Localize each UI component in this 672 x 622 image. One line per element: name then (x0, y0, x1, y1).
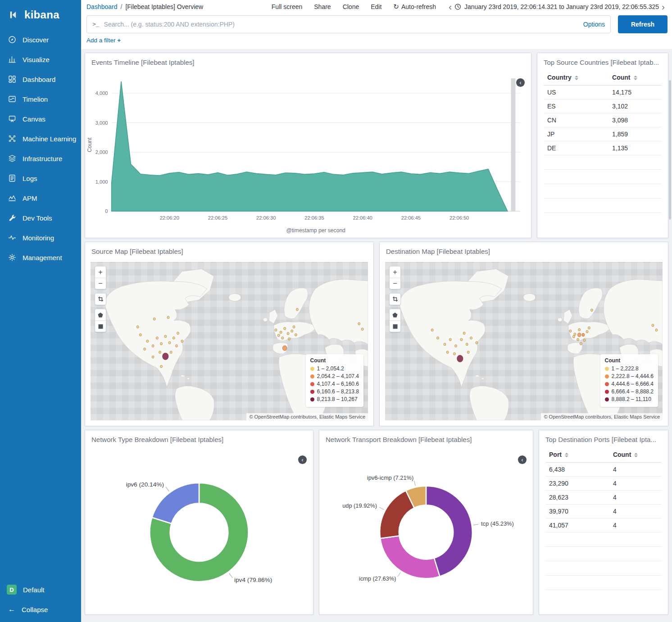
network-transport-donut-chart[interactable]: tcp (45.23%)icmp (27.63%)udp (19.92%)ipv… (319, 448, 533, 614)
sidebar-item-label: Visualize (23, 56, 50, 63)
sidebar-item-management[interactable]: Management (0, 248, 81, 267)
source-countries-table: Country Count US14,175 ES3,102 CN3,098 J… (544, 70, 662, 213)
legend-dot (605, 397, 609, 401)
time-forward-button[interactable]: › (659, 2, 667, 11)
sidebar-item-label: Logs (23, 175, 37, 182)
legend-label: 8,213.8 – 10,267 (317, 396, 358, 403)
add-filter-link[interactable]: Add a filter + (86, 37, 121, 44)
svg-text:2,000: 2,000 (95, 149, 108, 155)
breadcrumb-current: [Filebeat Iptables] Overview (125, 3, 203, 10)
space-label: Default (23, 586, 45, 594)
filter-bar: Add a filter + (81, 36, 672, 49)
draw-polygon-icon[interactable] (95, 309, 106, 320)
zoom-out-button[interactable]: − (390, 278, 400, 289)
svg-text:icmp (27.63%): icmp (27.63%) (359, 575, 396, 582)
legend-toggle-icon[interactable]: ‹ (516, 78, 525, 87)
edit-button[interactable]: Edit (371, 3, 381, 10)
sidebar-item-monitoring[interactable]: Monitoring (0, 228, 81, 248)
sidebar-item-machine-learning[interactable]: Machine Learning (0, 129, 81, 149)
clone-button[interactable]: Clone (343, 3, 359, 10)
refresh-button[interactable]: Refresh (618, 15, 667, 33)
destination-map[interactable]: + − Count (385, 262, 663, 420)
country-cell: JP (544, 127, 608, 141)
country-cell: DE (544, 141, 608, 155)
source-map[interactable]: + − Count (91, 262, 368, 420)
time-range-picker[interactable]: January 23rd 2019, 22:06:14.321 to Janua… (454, 3, 659, 10)
visualize-icon (8, 55, 16, 63)
svg-text:ipv4 (79.86%): ipv4 (79.86%) (234, 577, 272, 583)
sidebar-item-timelion[interactable]: Timelion (0, 89, 81, 109)
legend-toggle-icon[interactable]: ‹ (298, 455, 307, 464)
count-cell: 3,098 (608, 113, 662, 127)
sidebar-item-visualize[interactable]: Visualize (0, 50, 81, 69)
full-screen-button[interactable]: Full screen (272, 3, 302, 10)
zoom-out-button[interactable]: − (95, 278, 106, 289)
column-label: Port (549, 451, 562, 458)
sidebar-item-dev-tools[interactable]: Dev Tools (0, 208, 81, 228)
zoom-in-button[interactable]: + (390, 266, 400, 278)
legend-label: 4,444.6 – 6,666.4 (612, 380, 654, 388)
sidebar-item-discover[interactable]: Discover (0, 30, 81, 50)
table-row: 41,0574 (545, 518, 662, 532)
sort-icon (565, 453, 568, 457)
draw-rectangle-icon[interactable] (390, 320, 400, 332)
sidebar-item-infrastructure[interactable]: Infrastructure (0, 149, 81, 168)
share-button[interactable]: Share (314, 3, 331, 10)
breadcrumb-separator: / (118, 3, 126, 10)
svg-text:1,000: 1,000 (95, 179, 108, 185)
count-cell: 3,102 (608, 99, 662, 113)
draw-polygon-icon[interactable] (390, 309, 400, 320)
panel-title: Network Transport Breakdown [Filebeat Ip… (319, 430, 533, 445)
legend-row: 1 – 2,222.8 (605, 365, 654, 373)
kibana-logo[interactable]: kibana (0, 0, 81, 30)
search-input[interactable] (104, 21, 578, 28)
legend-label: 1 – 2,222.8 (612, 365, 639, 373)
machine-learning-icon (8, 135, 16, 143)
table-empty-row (545, 561, 662, 576)
table-row: US14,175 (544, 86, 662, 99)
column-header-count[interactable]: Count (609, 447, 662, 463)
legend-toggle-icon[interactable]: ‹ (518, 455, 527, 464)
apm-icon (8, 194, 16, 202)
column-header-country[interactable]: Country (544, 70, 608, 86)
sidebar-item-label: Dashboard (23, 76, 55, 83)
sidebar-item-dashboard[interactable]: Dashboard (0, 69, 81, 89)
fit-data-bounds-icon[interactable] (95, 293, 106, 305)
column-header-count[interactable]: Count (608, 70, 662, 86)
sidebar-item-apm[interactable]: APM (0, 188, 81, 208)
column-header-port[interactable]: Port (545, 447, 609, 463)
network-type-donut-chart[interactable]: ipv4 (79.86%)ipv6 (20.14%) (85, 448, 313, 614)
svg-text:ipv6 (20.14%): ipv6 (20.14%) (126, 481, 164, 488)
legend-row: 8,213.8 – 10,267 (310, 396, 359, 403)
sidebar-item-logs[interactable]: Logs (0, 168, 81, 188)
panel-title: Events Timeline [Filebeat Iptables] (85, 53, 531, 68)
zoom-in-button[interactable]: + (95, 266, 106, 278)
page-scrollbar[interactable] (669, 80, 671, 220)
country-cell: US (544, 86, 608, 99)
legend-label: 6,666.4 – 8,888.2 (612, 388, 654, 396)
legend-title: Count (310, 357, 359, 364)
legend-label: 1 – 2,054.2 (317, 365, 344, 373)
svg-text:22:06:45: 22:06:45 (401, 215, 421, 221)
panel-source-map: Source Map [Filebeat Iptables] + − (85, 242, 374, 426)
panel-top-destination-ports: Top Destination Ports [Filebeat Ipta... … (539, 430, 668, 615)
time-back-button[interactable]: ‹ (446, 2, 454, 11)
draw-rectangle-icon[interactable] (95, 320, 106, 332)
legend-dot (310, 382, 314, 386)
legend-row: 6,160.6 – 8,213.8 (310, 388, 359, 396)
options-link[interactable]: Options (578, 21, 605, 28)
sidebar-item-canvas[interactable]: Canvas (0, 109, 81, 129)
count-cell: 1,135 (608, 141, 662, 155)
sidebar-space-default[interactable]: D Default (0, 580, 81, 599)
legend-label: 8,888.2 – 11,110 (612, 396, 651, 403)
clock-icon (454, 3, 461, 10)
logs-icon (8, 174, 16, 182)
events-area-chart[interactable]: 01,0002,0003,0004,00022:06:2022:06:2522:… (85, 71, 531, 238)
fit-data-bounds-icon[interactable] (390, 293, 400, 305)
map-legend: Count 1 – 2,222.8 2,222.8 – 4,444.6 4,44… (600, 354, 658, 407)
table-row: ES3,102 (544, 99, 662, 113)
sidebar-collapse[interactable]: ← Collapse (0, 599, 81, 619)
auto-refresh-button[interactable]: ↻ Auto-refresh (393, 3, 436, 11)
map-attribution: © OpenStreetMap contributors, Elastic Ma… (541, 413, 663, 420)
breadcrumb-dashboard-link[interactable]: Dashboard (86, 3, 118, 10)
